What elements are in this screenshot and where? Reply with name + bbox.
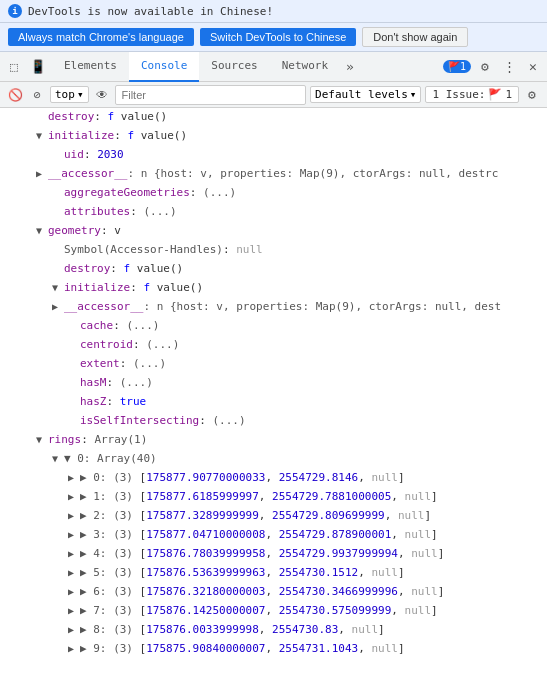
switch-language-button[interactable]: Switch DevTools to Chinese <box>200 28 356 46</box>
console-line: rings: Array(1) <box>0 431 547 450</box>
more-options-icon[interactable]: ⋮ <box>499 57 519 77</box>
expand-arrow[interactable] <box>68 565 80 581</box>
console-line: ▶ 4: (3) [175876.78039999958, 2554729.99… <box>0 545 547 564</box>
line-text: Symbol(Accessor-Handles): null <box>64 242 547 258</box>
expand-arrow[interactable] <box>68 546 80 562</box>
eye-icon[interactable]: 👁 <box>93 86 111 104</box>
context-selector[interactable]: top ▾ <box>50 86 89 103</box>
console-line: ▶ 2: (3) [175877.3289999999, 2554729.809… <box>0 507 547 526</box>
console-line: __accessor__: n {host: v, properties: Ma… <box>0 298 547 317</box>
expand-arrow[interactable] <box>68 489 80 505</box>
console-line: ▶ 0: (3) [175877.90770000033, 2554729.81… <box>0 469 547 488</box>
info-icon: i <box>8 4 22 18</box>
match-language-button[interactable]: Always match Chrome's language <box>8 28 194 46</box>
line-text: ▶ 2: (3) [175877.3289999999, 2554729.809… <box>80 508 547 524</box>
expand-arrow[interactable] <box>68 527 80 543</box>
console-badge: 🚩1 <box>443 60 471 73</box>
expand-arrow[interactable] <box>36 432 48 448</box>
info-text: DevTools is now available in Chinese! <box>28 5 273 18</box>
level-selector[interactable]: Default levels ▾ <box>310 86 421 103</box>
line-text: destroy: f value() <box>64 261 547 277</box>
filter-input[interactable] <box>115 85 307 105</box>
console-line: ▶ 1: (3) [175877.6185999997, 2554729.788… <box>0 488 547 507</box>
expand-arrow[interactable] <box>68 660 80 661</box>
more-tabs-button[interactable]: » <box>340 59 360 74</box>
console-toolbar: 🚫 ⊘ top ▾ 👁 Default levels ▾ 1 Issue: 🚩 … <box>0 82 547 108</box>
line-text: initialize: f value() <box>64 280 547 296</box>
line-text: ▶ 3: (3) [175877.04710000008, 2554729.87… <box>80 527 547 543</box>
console-settings-icon[interactable]: ⚙ <box>523 86 541 104</box>
expand-arrow[interactable] <box>36 128 48 144</box>
console-line: cache: (...) <box>0 317 547 336</box>
line-text: ▶ 10: (3) [175875.86000000034, 2554731.3… <box>80 660 547 661</box>
tab-right-area: 🚩1 ⚙ ⋮ ✕ <box>443 57 543 77</box>
console-line: ▶ 9: (3) [175875.90840000007, 2554731.10… <box>0 640 547 659</box>
line-text: ▶ 6: (3) [175876.32180000003, 2554730.34… <box>80 584 547 600</box>
expand-arrow[interactable] <box>36 166 48 182</box>
issue-badge-count: 1 <box>505 88 512 101</box>
line-text: ▶ 5: (3) [175876.53639999963, 2554730.15… <box>80 565 547 581</box>
console-line: attributes: (...) <box>0 203 547 222</box>
action-bar: Always match Chrome's language Switch De… <box>0 23 547 52</box>
expand-arrow[interactable] <box>68 603 80 619</box>
console-line: hasM: (...) <box>0 374 547 393</box>
context-dropdown-icon: ▾ <box>77 88 84 101</box>
line-text: isSelfIntersecting: (...) <box>80 413 547 429</box>
line-text: cache: (...) <box>80 318 547 334</box>
line-text: ▼ 0: Array(40) <box>64 451 547 467</box>
expand-arrow[interactable] <box>68 508 80 524</box>
expand-arrow[interactable] <box>68 584 80 600</box>
settings-icon[interactable]: ⚙ <box>475 57 495 77</box>
context-label: top <box>55 88 75 101</box>
line-text: aggregateGeometries: (...) <box>64 185 547 201</box>
expand-arrow[interactable] <box>52 299 64 315</box>
console-line: destroy: f value() <box>0 260 547 279</box>
expand-arrow[interactable] <box>36 223 48 239</box>
console-line: ▶ 8: (3) [175876.0033999998, 2554730.83,… <box>0 621 547 640</box>
line-text: ▶ 4: (3) [175876.78039999958, 2554729.99… <box>80 546 547 562</box>
tab-console[interactable]: Console <box>129 52 199 82</box>
info-bar: i DevTools is now available in Chinese! <box>0 0 547 23</box>
tab-network[interactable]: Network <box>270 52 340 82</box>
console-line: centroid: (...) <box>0 336 547 355</box>
console-line: ▶ 10: (3) [175875.86000000034, 2554731.3… <box>0 659 547 661</box>
filter-toggle-button[interactable]: ⊘ <box>28 86 46 104</box>
tab-sources[interactable]: Sources <box>199 52 269 82</box>
console-line: isSelfIntersecting: (...) <box>0 412 547 431</box>
inspect-icon[interactable]: ⬚ <box>4 57 24 77</box>
line-text: ▶ 9: (3) [175875.90840000007, 2554731.10… <box>80 641 547 657</box>
issue-count-label: 1 Issue: <box>432 88 485 101</box>
line-text: centroid: (...) <box>80 337 547 353</box>
console-line: destroy: f value() <box>0 108 547 127</box>
line-text: __accessor__: n {host: v, properties: Ma… <box>64 299 547 315</box>
console-line: geometry: v <box>0 222 547 241</box>
expand-arrow[interactable] <box>52 280 64 296</box>
expand-arrow[interactable] <box>68 470 80 486</box>
clear-console-button[interactable]: 🚫 <box>6 86 24 104</box>
console-line: ▶ 7: (3) [175876.14250000007, 2554730.57… <box>0 602 547 621</box>
console-line: ▶ 6: (3) [175876.32180000003, 2554730.34… <box>0 583 547 602</box>
console-line: hasZ: true <box>0 393 547 412</box>
expand-arrow[interactable] <box>68 641 80 657</box>
expand-arrow[interactable] <box>52 451 64 467</box>
dismiss-button[interactable]: Don't show again <box>362 27 468 47</box>
issue-badge[interactable]: 1 Issue: 🚩 1 <box>425 86 519 103</box>
console-line: ▼ 0: Array(40) <box>0 450 547 469</box>
console-line: ▶ 5: (3) [175876.53639999963, 2554730.15… <box>0 564 547 583</box>
console-line: __accessor__: n {host: v, properties: Ma… <box>0 165 547 184</box>
console-line: uid: 2030 <box>0 146 547 165</box>
line-text: destroy: f value() <box>48 109 547 125</box>
line-text: ▶ 0: (3) [175877.90770000033, 2554729.81… <box>80 470 547 486</box>
tab-bar: ⬚ 📱 Elements Console Sources Network » 🚩… <box>0 52 547 82</box>
console-line: initialize: f value() <box>0 127 547 146</box>
device-icon[interactable]: 📱 <box>28 57 48 77</box>
console-line: initialize: f value() <box>0 279 547 298</box>
line-text: uid: 2030 <box>64 147 547 163</box>
level-label: Default levels <box>315 88 408 101</box>
line-text: hasZ: true <box>80 394 547 410</box>
close-devtools-icon[interactable]: ✕ <box>523 57 543 77</box>
expand-arrow[interactable] <box>68 622 80 638</box>
issue-flag-icon: 🚩 <box>488 88 502 101</box>
line-text: rings: Array(1) <box>48 432 547 448</box>
tab-elements[interactable]: Elements <box>52 52 129 82</box>
